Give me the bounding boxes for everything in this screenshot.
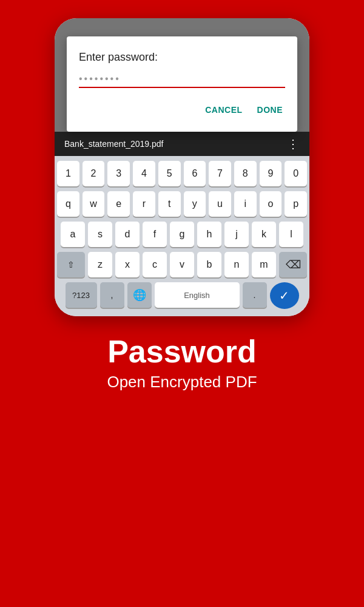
key-4[interactable]: 4 [133,161,155,186]
key-7[interactable]: 7 [209,161,231,186]
key-v[interactable]: v [170,252,194,277]
key-8[interactable]: 8 [234,161,257,186]
key-q[interactable]: q [57,191,79,217]
file-name: Bank_statement_2019.pdf [64,139,163,149]
key-y[interactable]: y [184,191,206,217]
cancel-button[interactable]: CANCEL [203,100,244,120]
dialog-actions: CANCEL DONE [79,100,285,124]
keyboard-row-numbers: 1 2 3 4 5 6 7 8 9 0 [57,161,307,186]
key-c[interactable]: c [143,252,167,277]
key-l[interactable]: l [279,222,303,247]
dialog-title: Enter password: [79,51,285,64]
password-input-wrapper [79,73,285,88]
pdf-viewer-area: Enter password: CANCEL DONE [55,18,309,132]
key-t[interactable]: t [158,191,181,217]
keyboard-row-zxcv: ⇧ z x c v b n m ⌫ [57,252,307,277]
globe-key[interactable]: 🌐 [127,282,152,308]
shift-icon: ⇧ [67,260,75,270]
key-x[interactable]: x [115,252,140,277]
key-6[interactable]: 6 [184,161,206,186]
enter-key[interactable]: ✓ [270,282,299,309]
key-2[interactable]: 2 [83,161,105,186]
checkmark-icon: ✓ [279,288,289,303]
key-f[interactable]: f [143,222,167,247]
key-z[interactable]: z [88,252,112,277]
key-u[interactable]: u [209,191,231,217]
key-o[interactable]: o [260,191,282,217]
key-m[interactable]: m [252,252,276,277]
key-n[interactable]: n [224,252,249,277]
key-s[interactable]: s [88,222,112,247]
key-j[interactable]: j [224,222,249,247]
key-p[interactable]: p [285,191,307,217]
key-5[interactable]: 5 [158,161,181,186]
key-b[interactable]: b [197,252,221,277]
shift-key[interactable]: ⇧ [57,252,85,277]
period-key[interactable]: . [243,282,267,308]
key-r[interactable]: r [133,191,155,217]
key-i[interactable]: i [234,191,257,217]
comma-key[interactable]: , [100,282,124,308]
sub-title: Open Encrypted PDF [107,373,257,392]
key-g[interactable]: g [170,222,194,247]
key-9[interactable]: 9 [260,161,282,186]
key-1[interactable]: 1 [57,161,79,186]
key-e[interactable]: e [107,191,130,217]
number-sym-key[interactable]: ?123 [66,282,97,308]
more-options-icon[interactable]: ⋮ [287,138,300,150]
key-k[interactable]: k [252,222,276,247]
key-0[interactable]: 0 [285,161,307,186]
done-button[interactable]: DONE [255,100,285,120]
bottom-text: Password Open Encrypted PDF [107,334,257,398]
keyboard-row-asdf: a s d f g h j k l [57,222,307,247]
file-bar: Bank_statement_2019.pdf ⋮ [55,132,309,156]
key-a[interactable]: a [61,222,85,247]
key-w[interactable]: w [83,191,105,217]
keyboard-row-bottom: ?123 , 🌐 English . ✓ [57,282,307,309]
phone-shell: Enter password: CANCEL DONE Bank_stateme… [55,18,309,316]
globe-icon: 🌐 [133,288,146,302]
key-3[interactable]: 3 [107,161,130,186]
backspace-icon: ⌫ [286,258,301,271]
key-d[interactable]: d [115,222,140,247]
spacebar-key[interactable]: English [155,282,240,308]
password-input[interactable] [79,73,285,88]
backspace-key[interactable]: ⌫ [279,252,307,277]
main-title: Password [107,334,257,369]
keyboard: 1 2 3 4 5 6 7 8 9 0 q w e r t y u i o p … [55,156,309,316]
key-h[interactable]: h [197,222,221,247]
keyboard-row-qwerty: q w e r t y u i o p [57,191,307,217]
password-dialog: Enter password: CANCEL DONE [67,36,297,132]
